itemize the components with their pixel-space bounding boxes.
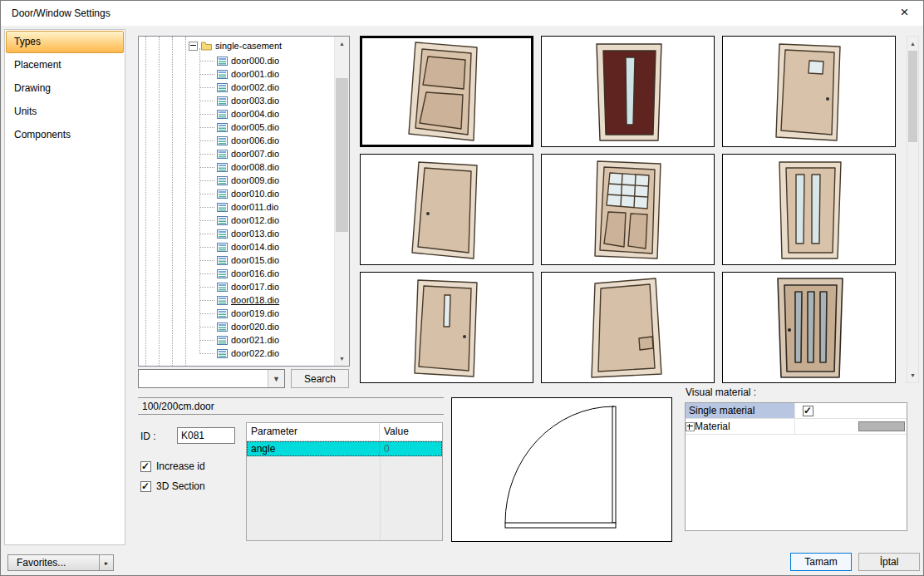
door-thumbnail-3-image <box>726 39 892 144</box>
increase-id-checkbox-row[interactable]: Increase id <box>140 460 205 472</box>
tree-item[interactable]: door004.dio <box>217 107 279 121</box>
door-thumbnail-9[interactable] <box>722 272 896 383</box>
sidebar-item-placement[interactable]: Placement <box>6 54 124 76</box>
single-material-row[interactable]: Single material <box>686 403 907 419</box>
combo-dropdown-icon[interactable]: ▼ <box>268 370 284 387</box>
ok-button[interactable]: Tamam <box>790 553 852 571</box>
door-window-settings-dialog: Door/Window Settings × Types Placement D… <box>0 0 924 576</box>
tree-item[interactable]: door000.dio <box>217 54 279 67</box>
visual-material-label: Visual material : <box>686 386 756 398</box>
tree-item[interactable]: door010.dio <box>217 187 279 200</box>
sidebar-item-label: Components <box>14 129 71 140</box>
search-button[interactable]: Search <box>291 369 349 388</box>
grid-scrollbar[interactable]: ▲ ▼ <box>907 36 919 383</box>
tree-branch-line <box>199 48 200 352</box>
tree-item-label: door002.dio <box>231 82 279 92</box>
tree-item[interactable]: door015.dio <box>217 254 279 267</box>
grid-scrollbar-thumb[interactable] <box>908 51 917 142</box>
sidebar-item-drawing[interactable]: Drawing <box>6 77 124 100</box>
sidebar-item-label: Types <box>14 36 41 47</box>
tree-item[interactable]: door020.dio <box>217 320 279 333</box>
tree-item[interactable]: door018.dio <box>217 293 279 307</box>
tree-item[interactable]: door012.dio <box>217 214 279 227</box>
door-thumbnail-4[interactable] <box>360 154 533 265</box>
sidebar-item-types[interactable]: Types <box>6 31 124 53</box>
expand-icon[interactable] <box>686 422 695 431</box>
3d-section-checkbox[interactable] <box>140 481 151 492</box>
increase-id-label: Increase id <box>156 460 205 472</box>
scroll-down-icon[interactable]: ▼ <box>907 368 918 382</box>
door-thumbnail-7[interactable] <box>360 272 533 383</box>
tree-item[interactable]: door002.dio <box>217 81 279 94</box>
scroll-up-icon[interactable]: ▲ <box>335 37 349 51</box>
tree-item[interactable]: door009.dio <box>217 174 279 187</box>
tree-item[interactable]: door013.dio <box>217 227 279 240</box>
tree-item[interactable]: door007.dio <box>217 147 279 160</box>
column-header-value[interactable]: Value <box>380 423 442 441</box>
tree-item[interactable]: door008.dio <box>217 160 279 174</box>
favorites-button[interactable]: Favorites... ▸ <box>7 554 114 571</box>
tree-scrollbar-thumb[interactable] <box>336 78 348 232</box>
increase-id-checkbox[interactable] <box>140 461 151 472</box>
cancel-button[interactable]: İptal <box>858 553 920 571</box>
tree-item[interactable]: door014.dio <box>217 240 279 254</box>
sidebar-item-components[interactable]: Components <box>6 124 124 146</box>
tree-item[interactable]: door022.dio <box>217 347 279 360</box>
tree-item-label: door021.dio <box>231 335 279 345</box>
tree-item-label: door016.dio <box>231 268 279 278</box>
single-material-cell[interactable]: Single material <box>686 403 795 418</box>
tree-item-label: door014.dio <box>231 242 279 252</box>
tree-item-label: door018.dio <box>231 295 279 305</box>
tree-item[interactable]: door021.dio <box>217 333 279 347</box>
single-material-checkbox[interactable] <box>803 406 813 416</box>
material-cell[interactable]: Material <box>686 419 795 434</box>
material-color-swatch[interactable] <box>858 421 905 431</box>
door-file-icon <box>217 269 228 278</box>
door-file-icon <box>217 70 228 79</box>
scroll-up-icon[interactable]: ▲ <box>907 37 918 51</box>
tree-item[interactable]: door001.dio <box>217 67 279 81</box>
parameter-name-cell[interactable]: angle <box>247 441 380 456</box>
door-thumbnail-2[interactable] <box>541 36 715 147</box>
door-file-icon <box>217 243 228 252</box>
column-header-parameter[interactable]: Parameter <box>247 423 380 441</box>
tree-scrollbar[interactable]: ▲ ▼ <box>334 37 349 366</box>
parameter-row[interactable]: angle 0 <box>247 441 442 456</box>
tree-item[interactable]: door006.dio <box>217 134 279 147</box>
3d-section-checkbox-row[interactable]: 3D Section <box>140 480 205 492</box>
door-thumbnail-6[interactable] <box>722 154 896 265</box>
close-icon: × <box>901 4 909 20</box>
tree-item[interactable]: door005.dio <box>217 121 279 134</box>
tree-item[interactable]: door016.dio <box>217 267 279 280</box>
door-thumbnail-8[interactable] <box>541 272 715 383</box>
door-thumbnail-5[interactable] <box>541 154 715 265</box>
tree-item-label: door015.dio <box>231 255 279 265</box>
id-input[interactable] <box>177 427 235 444</box>
tree-item[interactable]: door003.dio <box>217 94 279 107</box>
visual-material-panel: Single material Material <box>685 402 907 531</box>
parameter-value-cell[interactable]: 0 <box>380 441 442 456</box>
tree-item-label: door004.dio <box>231 109 279 119</box>
tree-root-label: single-casement <box>215 41 282 51</box>
titlebar: Door/Window Settings × <box>1 1 923 26</box>
door-file-icon <box>217 123 228 132</box>
door-thumbnail-1[interactable] <box>360 36 533 147</box>
door-file-icon <box>217 57 228 66</box>
filter-combo-input[interactable] <box>139 370 268 387</box>
tree-node-single-casement[interactable]: single-casement <box>189 39 282 52</box>
tree-item[interactable]: door017.dio <box>217 280 279 293</box>
tree-item-label: door020.dio <box>231 322 279 332</box>
filter-combobox[interactable]: ▼ <box>138 369 285 388</box>
door-file-icon <box>217 256 228 265</box>
door-thumbnail-8-image <box>545 275 711 380</box>
scroll-down-icon[interactable]: ▼ <box>335 352 349 366</box>
close-button[interactable]: × <box>886 1 923 26</box>
tree-item-label: door019.dio <box>231 308 279 318</box>
door-file-icon <box>217 309 228 318</box>
tree-item[interactable]: door011.dio <box>217 200 279 214</box>
door-thumbnail-3[interactable] <box>722 36 896 147</box>
sidebar-item-units[interactable]: Units <box>6 101 124 123</box>
collapse-icon[interactable] <box>189 42 198 51</box>
material-row[interactable]: Material <box>686 419 907 435</box>
tree-item[interactable]: door019.dio <box>217 307 279 320</box>
